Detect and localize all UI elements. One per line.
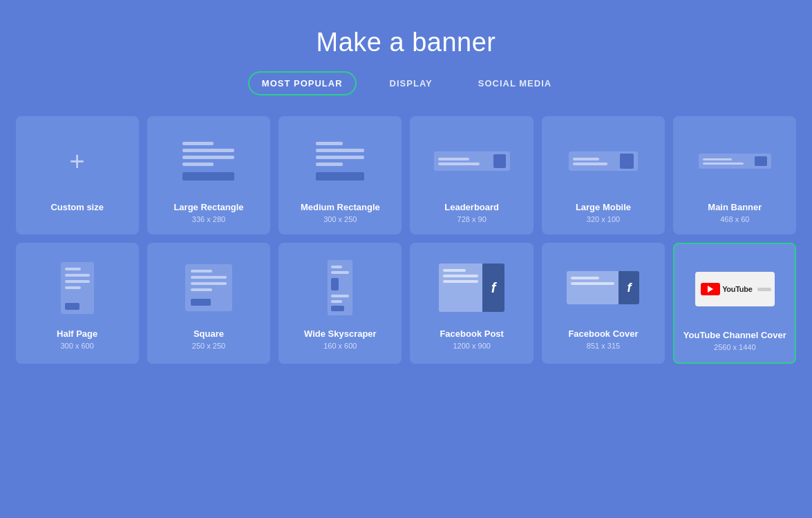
card-name-fb-post: Facebook Post bbox=[440, 329, 503, 339]
card-preview-large-mobile bbox=[549, 130, 658, 192]
page-title: Make a banner bbox=[317, 28, 496, 57]
card-name-leaderboard: Leaderboard bbox=[444, 202, 499, 212]
card-large-mobile[interactable]: Large Mobile 320 x 100 bbox=[542, 116, 665, 234]
youtube-logo: YouTube bbox=[701, 283, 752, 295]
card-name-yt-cover: YouTube Channel Cover bbox=[683, 330, 786, 340]
banner-grid-row1: + Custom size Large Rectangle 336 x 280 bbox=[16, 116, 797, 234]
card-size-square: 250 x 250 bbox=[192, 342, 225, 350]
card-preview-large-rect bbox=[154, 130, 263, 192]
card-preview-yt-cover: YouTube bbox=[681, 258, 788, 320]
preview-half-page bbox=[61, 262, 94, 314]
card-youtube-channel-cover[interactable]: YouTube YouTube Channel Cover 2560 x 144… bbox=[673, 243, 796, 364]
facebook-cover-icon: f bbox=[619, 271, 639, 304]
tab-social-media[interactable]: SOCIAL MEDIA bbox=[466, 73, 564, 94]
preview-square bbox=[185, 264, 232, 311]
card-size-large-mobile: 320 x 100 bbox=[587, 215, 620, 223]
card-name-med-rect: Medium Rectangle bbox=[301, 202, 380, 212]
card-preview-skyscraper bbox=[285, 257, 395, 319]
preview-yt-cover: YouTube bbox=[695, 272, 775, 306]
card-preview-leaderboard bbox=[417, 130, 526, 192]
preview-large-rect bbox=[182, 142, 234, 181]
card-name-large-mobile: Large Mobile bbox=[576, 202, 631, 212]
card-size-yt-cover: 2560 x 1440 bbox=[714, 343, 756, 351]
card-wide-skyscraper[interactable]: Wide Skyscraper 160 x 600 bbox=[278, 243, 402, 364]
card-main-banner[interactable]: Main Banner 468 x 60 bbox=[673, 116, 796, 234]
card-facebook-cover[interactable]: f Facebook Cover 851 x 315 bbox=[542, 243, 665, 364]
card-large-rectangle[interactable]: Large Rectangle 336 x 280 bbox=[147, 116, 270, 234]
youtube-text: YouTube bbox=[722, 285, 752, 293]
card-size-fb-cover: 851 x 315 bbox=[587, 342, 620, 350]
tab-most-popular[interactable]: MOST POPULAR bbox=[248, 71, 357, 95]
preview-med-rect bbox=[316, 142, 364, 181]
youtube-bar bbox=[757, 288, 771, 291]
card-preview-custom: + bbox=[23, 130, 132, 192]
card-preview-fb-cover: f bbox=[549, 257, 658, 319]
card-preview-med-rect bbox=[285, 130, 395, 192]
card-size-main-banner: 468 x 60 bbox=[720, 215, 749, 223]
card-name-skyscraper: Wide Skyscraper bbox=[304, 329, 377, 339]
card-name-fb-cover: Facebook Cover bbox=[568, 329, 638, 339]
card-half-page[interactable]: Half Page 300 x 600 bbox=[16, 243, 139, 364]
card-size-skyscraper: 160 x 600 bbox=[323, 342, 357, 350]
card-leaderboard[interactable]: Leaderboard 728 x 90 bbox=[410, 116, 533, 234]
preview-large-mobile bbox=[569, 151, 638, 171]
card-preview-main-banner bbox=[680, 130, 789, 192]
card-size-fb-post: 1200 x 900 bbox=[453, 342, 490, 350]
card-size-large-rect: 336 x 280 bbox=[192, 215, 225, 223]
card-size-med-rect: 300 x 250 bbox=[323, 215, 357, 223]
youtube-icon bbox=[701, 283, 720, 295]
card-name-square: Square bbox=[193, 329, 224, 339]
card-name-large-rect: Large Rectangle bbox=[173, 202, 243, 212]
card-facebook-post[interactable]: f Facebook Post 1200 x 900 bbox=[410, 243, 533, 364]
card-custom-size[interactable]: + Custom size bbox=[16, 116, 139, 234]
card-medium-rectangle[interactable]: Medium Rectangle 300 x 250 bbox=[278, 116, 402, 234]
preview-leaderboard bbox=[434, 151, 510, 171]
card-preview-half-page bbox=[23, 257, 132, 319]
preview-main-banner bbox=[699, 154, 771, 169]
card-preview-fb-post: f bbox=[417, 257, 526, 319]
card-size-leaderboard: 728 x 90 bbox=[457, 215, 487, 223]
preview-fb-post: f bbox=[439, 263, 504, 312]
card-size-custom bbox=[76, 215, 78, 223]
card-preview-square bbox=[154, 257, 263, 319]
card-name-half-page: Half Page bbox=[57, 329, 97, 339]
card-name-main-banner: Main Banner bbox=[708, 202, 762, 212]
tabs-container: MOST POPULAR DISPLAY SOCIAL MEDIA bbox=[248, 71, 564, 95]
card-name-custom: Custom size bbox=[50, 202, 104, 212]
plus-icon: + bbox=[70, 148, 85, 174]
tab-display[interactable]: DISPLAY bbox=[377, 73, 445, 94]
facebook-icon: f bbox=[482, 263, 504, 312]
youtube-play-icon bbox=[708, 286, 713, 293]
card-size-half-page: 300 x 600 bbox=[61, 342, 94, 350]
card-square[interactable]: Square 250 x 250 bbox=[147, 243, 270, 364]
banner-grid-row2: Half Page 300 x 600 Square 250 x 250 bbox=[16, 243, 797, 364]
preview-fb-cover: f bbox=[567, 271, 639, 304]
preview-skyscraper bbox=[328, 260, 352, 315]
